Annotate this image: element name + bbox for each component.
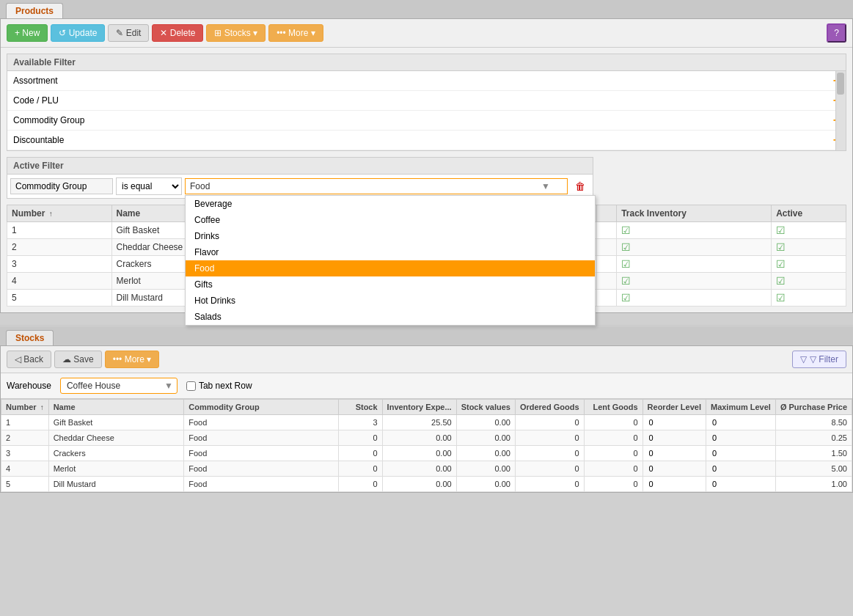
dropdown-item-flavor[interactable]: Flavor [186,244,595,260]
stocks-more-button[interactable]: ••• More ▾ [105,351,160,368]
scol-group[interactable]: Commodity Group [184,400,338,415]
scol-inv-exp[interactable]: Inventory Expe... [382,400,456,415]
tab-next-label[interactable]: Tab next Row [186,381,252,391]
check-icon: ☑ [621,224,631,236]
reorder-input[interactable] [648,417,701,428]
cell-extra [597,239,617,256]
reorder-input[interactable] [648,463,701,474]
maximum-input[interactable] [711,433,771,443]
help-button[interactable]: ? [827,23,846,43]
update-button[interactable]: ↺ Update [51,24,105,42]
filter-button[interactable]: ▽ ▽ Filter [792,351,846,368]
edit-button[interactable]: ✎ Edit [108,24,149,42]
filter-item-label: Discountable [13,135,64,145]
check-icon: ☑ [621,275,631,287]
scell-ordered: 0 [515,477,584,492]
maximum-input[interactable] [711,479,771,489]
scell-inv-exp: 0.00 [382,461,456,477]
col-active[interactable]: Active [772,205,846,222]
stocks-tab[interactable]: Stocks [6,330,54,345]
scell-reorder[interactable] [643,446,706,461]
products-tab[interactable]: Products [6,3,63,18]
dropdown-item-beverage[interactable]: Beverage [186,196,595,212]
scell-maximum[interactable] [706,415,775,430]
maximum-input[interactable] [711,448,771,458]
filter-item-label: Assortment [13,76,58,86]
scell-name: Dill Mustard [48,477,184,492]
dropdown-item-hot-drinks[interactable]: Hot Drinks [186,293,595,309]
products-toolbar: + New ↺ Update ✎ Edit ✕ Delete ⊞ Stocks … [1,19,852,48]
stocks-table: Number ↑ Name Commodity Group Stock Inve… [1,399,852,492]
reorder-input[interactable] [648,448,701,458]
warehouse-select[interactable]: Coffee House Main Warehouse Store A [60,378,177,394]
scell-name: Cheddar Cheese [48,430,184,446]
cell-num: 1 [7,222,112,239]
tab-next-checkbox[interactable] [186,381,196,391]
scol-ordered[interactable]: Ordered Goods [515,400,584,415]
check-icon: ☑ [776,292,786,304]
filter-delete-button[interactable]: 🗑 [571,179,590,194]
filter-value-input[interactable] [185,178,568,194]
scol-lent[interactable]: Lent Goods [584,400,643,415]
cell-active: ☑ [772,222,846,239]
filter-operator-select[interactable]: is equal is not equal contains [116,177,182,195]
scell-maximum[interactable] [706,446,775,461]
scell-reorder[interactable] [643,415,706,430]
scol-num[interactable]: Number ↑ [1,400,49,415]
scol-stock[interactable]: Stock [338,400,382,415]
scell-stock-val: 0.00 [456,461,515,477]
dropdown-item-drinks[interactable]: Drinks [186,228,595,244]
stocks-row: 3 Crackers Food 0 0.00 0.00 0 0 1.50 [1,446,852,461]
scell-reorder[interactable] [643,430,706,446]
scol-stock-val[interactable]: Stock values [456,400,515,415]
more-button[interactable]: ••• More ▾ [268,24,323,42]
scol-reorder[interactable]: Reorder Level [643,400,706,415]
reorder-input[interactable] [648,433,701,443]
scell-num: 5 [1,477,49,492]
maximum-input[interactable] [711,463,771,474]
filter-item-assortment[interactable]: Assortment + [7,71,846,91]
scell-lent: 0 [584,430,643,446]
filter-item-commodity[interactable]: Commodity Group + [7,111,846,131]
stocks-button[interactable]: ⊞ Stocks ▾ [206,24,266,42]
filter-item-code[interactable]: Code / PLU + [7,91,846,111]
filter-scroll-area[interactable]: Assortment + Code / PLU + Commodity Grou… [7,71,846,150]
check-icon: ☑ [621,292,631,304]
dropdown-item-salads[interactable]: Salads [186,309,595,325]
col-track[interactable]: Track Inventory [617,205,772,222]
filter-item-discountable[interactable]: Discountable + [7,131,846,150]
stocks-row: 5 Dill Mustard Food 0 0.00 0.00 0 0 1.00 [1,477,852,492]
cell-num: 3 [7,256,112,273]
scell-reorder[interactable] [643,461,706,477]
col-number[interactable]: Number ↑ [7,205,112,222]
maximum-input[interactable] [711,417,771,428]
scell-name: Merlot [48,461,184,477]
scell-maximum[interactable] [706,461,775,477]
scell-avg-price: 5.00 [775,461,852,477]
dropdown-item-coffee[interactable]: Coffee [186,212,595,228]
scroll-bar[interactable] [835,71,846,150]
scroll-thumb[interactable] [837,73,844,95]
scol-name[interactable]: Name [48,400,184,415]
dropdown-item-food[interactable]: Food [186,260,595,276]
scell-maximum[interactable] [706,477,775,492]
stocks-row: 2 Cheddar Cheese Food 0 0.00 0.00 0 0 0.… [1,430,852,446]
back-button[interactable]: ◁ Back [7,351,51,368]
scell-ordered: 0 [515,446,584,461]
scol-maximum[interactable]: Maximum Level [706,400,775,415]
scell-num: 1 [1,415,49,430]
save-button[interactable]: ☁ Save [54,351,102,368]
filter-value-dropdown-arrow[interactable]: ▼ [541,181,550,191]
dropdown-item-gifts[interactable]: Gifts [186,276,595,293]
col-extra[interactable] [597,205,617,222]
stocks-toolbar: ◁ Back ☁ Save ••• More ▾ ▽ ▽ Filter [1,346,852,373]
reorder-input[interactable] [648,479,701,489]
active-filter-row: Commodity Group is equal is not equal co… [7,175,593,198]
check-icon: ☑ [621,241,631,253]
scell-reorder[interactable] [643,477,706,492]
delete-button[interactable]: ✕ Delete [152,24,203,42]
scol-avg-price[interactable]: Ø Purchase Price [775,400,852,415]
scell-lent: 0 [584,446,643,461]
new-button[interactable]: + New [7,24,48,42]
scell-maximum[interactable] [706,430,775,446]
